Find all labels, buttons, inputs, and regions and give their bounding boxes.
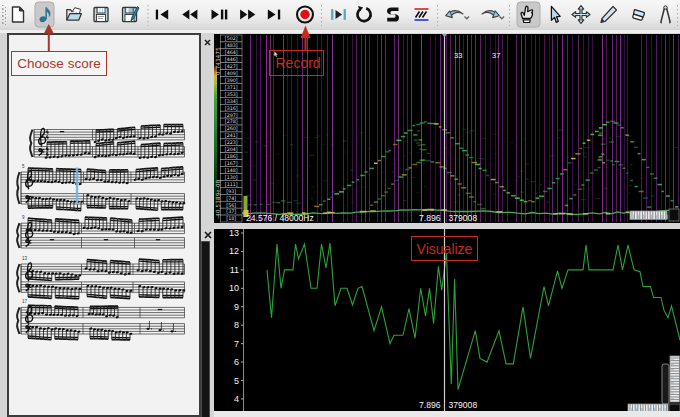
svg-text:9: 9 xyxy=(234,302,239,312)
toolbar-icon-open[interactable] xyxy=(67,8,82,20)
toolbar-icon-select[interactable] xyxy=(551,6,560,22)
toolbar xyxy=(0,0,680,31)
x-cross-icon xyxy=(204,39,211,46)
svg-text:[446]: [446] xyxy=(225,57,238,62)
svg-text:6: 6 xyxy=(234,357,239,367)
toolbar-icon-undo[interactable] xyxy=(446,11,469,19)
toolbar-icon-draw[interactable] xyxy=(601,7,617,23)
svg-text:13: 13 xyxy=(229,229,239,238)
score-sheet: 591317 xyxy=(9,35,199,415)
visualize-label: Visualize xyxy=(417,241,473,257)
toolbar-icon-rewind[interactable] xyxy=(182,10,197,20)
svg-text:[371]: [371] xyxy=(225,85,238,90)
svg-text:[464]: [464] xyxy=(225,50,238,55)
svg-text:11: 11 xyxy=(230,265,239,275)
svg-text:[37]: [37] xyxy=(226,209,236,214)
toolbar-icons xyxy=(0,0,680,30)
svg-text:[74]: [74] xyxy=(226,196,236,201)
svg-text:[353]: [353] xyxy=(225,92,238,97)
score-cursor xyxy=(76,168,78,205)
svg-text:[204]: [204] xyxy=(225,147,238,152)
svg-text:379008: 379008 xyxy=(449,213,478,223)
svg-text:33: 33 xyxy=(454,51,462,60)
record-label: Record xyxy=(276,55,321,71)
svg-text:[260]: [260] xyxy=(225,126,238,131)
svg-text:[18]: [18] xyxy=(226,216,236,221)
toolbar-icon-play-selection[interactable] xyxy=(331,9,346,20)
toolbar-icon-erase[interactable] xyxy=(633,10,645,20)
svg-text:17: 17 xyxy=(22,299,28,304)
svg-text:-40.5389e-0B: -40.5389e-0B xyxy=(215,179,221,219)
toolbar-icon-play-pause[interactable] xyxy=(212,10,228,20)
svg-text:7: 7 xyxy=(234,339,239,349)
svg-text:5: 5 xyxy=(22,164,25,169)
svg-text:13: 13 xyxy=(22,256,28,261)
choose-score-label: Choose score xyxy=(17,56,100,71)
pane-corner-button[interactable] xyxy=(669,209,679,221)
svg-text:[427]: [427] xyxy=(225,64,238,69)
toolbar-icon-skip-to-end[interactable] xyxy=(268,10,280,20)
svg-text:24.576 / 48000Hz: 24.576 / 48000Hz xyxy=(246,213,314,223)
svg-text:[167]: [167] xyxy=(225,161,238,166)
svg-text:[502]: [502] xyxy=(225,36,238,41)
close-pane-icon[interactable] xyxy=(202,39,213,50)
svg-text:[223]: [223] xyxy=(225,140,238,145)
svg-text:[111]: [111] xyxy=(225,182,238,187)
svg-text:[297]: [297] xyxy=(225,113,238,118)
choose-score-annotation: Choose score xyxy=(11,51,107,76)
vertical-zoom-slider[interactable] xyxy=(662,364,669,404)
toolbar-under-strip xyxy=(0,30,680,33)
application-window: 591317 [502][483][464][446][427][409][39… xyxy=(0,0,680,417)
svg-text:[241]: [241] xyxy=(225,133,238,138)
svg-text:10: 10 xyxy=(229,283,239,293)
svg-text:37: 37 xyxy=(492,51,500,60)
toolbar-icon-fast-forward[interactable] xyxy=(240,10,255,20)
svg-text:[409]: [409] xyxy=(225,71,238,76)
toolbar-icon-record[interactable] xyxy=(297,7,313,23)
pane-corner-button[interactable] xyxy=(669,404,680,411)
x-cross-icon xyxy=(204,231,212,239)
svg-text:8: 8 xyxy=(234,320,239,330)
toolbar-icon-measure[interactable] xyxy=(661,6,671,23)
svg-text:[186]: [186] xyxy=(225,154,238,159)
svg-text:[56]: [56] xyxy=(226,203,236,208)
svg-text:[93]: [93] xyxy=(226,189,236,194)
svg-text:[390]: [390] xyxy=(225,78,238,83)
toolbar-icon-new-session[interactable] xyxy=(13,7,24,22)
toolbar-icon-rewind-to-start[interactable] xyxy=(156,10,168,20)
window-bottom-strip xyxy=(214,411,680,417)
svg-text:7.896: 7.896 xyxy=(419,213,441,223)
svg-text:12: 12 xyxy=(229,246,239,256)
choose-score-arrow xyxy=(38,22,58,54)
svg-text:4: 4 xyxy=(234,394,239,404)
svg-text:[278]: [278] xyxy=(225,119,238,124)
toolbar-icon-align[interactable] xyxy=(415,9,429,20)
svg-text:[130]: [130] xyxy=(225,175,238,180)
toolbar-icon-save-as[interactable] xyxy=(123,7,140,22)
toolbar-icon-loop-playback[interactable] xyxy=(357,6,370,21)
mouse-pointer-icon xyxy=(274,51,278,58)
score-panel[interactable]: 591317 xyxy=(7,33,201,417)
svg-text:7.896: 7.896 xyxy=(419,400,441,410)
toolbar-icon-edit[interactable] xyxy=(572,6,590,24)
svg-text:0.743475: 0.743475 xyxy=(215,47,221,75)
vertical-scrollbar[interactable] xyxy=(201,241,211,417)
visualize-annotation: Visualize xyxy=(411,236,478,261)
svg-text:5: 5 xyxy=(234,376,239,386)
svg-text:9: 9 xyxy=(22,215,25,220)
svg-text:379008: 379008 xyxy=(449,400,478,410)
toolbar-icon-solo[interactable] xyxy=(387,8,399,22)
svg-text:[483]: [483] xyxy=(225,43,238,48)
svg-text:[148]: [148] xyxy=(225,168,238,173)
svg-text:[334]: [334] xyxy=(225,99,238,104)
svg-text:[316]: [316] xyxy=(225,106,238,111)
toolbar-icon-save[interactable] xyxy=(94,8,108,22)
record-arrow xyxy=(294,24,316,52)
toolbar-icon-redo[interactable] xyxy=(482,11,504,19)
close-pane-icon[interactable] xyxy=(203,231,214,242)
